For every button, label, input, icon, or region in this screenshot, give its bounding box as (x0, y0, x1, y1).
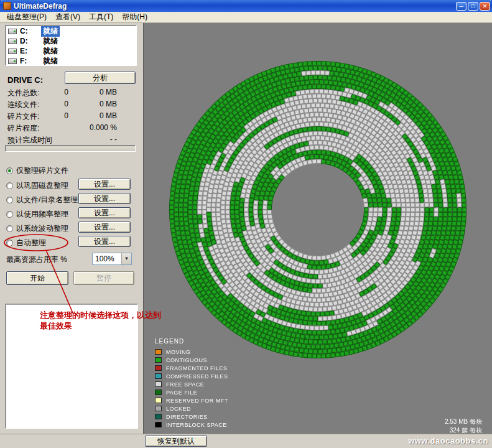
drive-status: 就绪 (41, 46, 60, 57)
watermark: www.daocaobbs.cn (408, 436, 488, 446)
file-list-box (5, 304, 138, 429)
option-label: 以使用频率整理 (16, 209, 68, 220)
settings-button-frequency[interactable]: 设置... (78, 207, 131, 218)
left-panel: C: 就绪 D: 就绪 E: 就绪 F: 就绪 DRIVE C: 分析 文件总数… (0, 23, 143, 434)
stat-fragmented-files: 碎片文件: 0 0 MB (0, 111, 143, 122)
minimize-icon[interactable] (456, 2, 466, 11)
maximize-icon[interactable] (468, 2, 478, 11)
menu-view[interactable]: 查看(V) (51, 11, 85, 23)
drive-icon (8, 58, 17, 64)
option-label: 以巩固磁盘整理 (16, 180, 68, 191)
stat-contiguous-files: 连续文件: 0 0 MB (0, 100, 143, 110)
bottombar: 恢复到默认 www.daocaobbs.cn (0, 434, 492, 448)
option-frequency[interactable]: 以使用频率整理 (6, 208, 68, 220)
close-icon[interactable] (480, 2, 490, 11)
drive-name: E: (20, 47, 41, 55)
radio-icon[interactable] (6, 197, 13, 203)
menu-tools[interactable]: 工具(T) (85, 11, 118, 23)
app-window: UltimateDefrag 磁盘整理(P) 查看(V) 工具(T) 帮助(H)… (0, 0, 492, 448)
drive-icon (8, 39, 17, 44)
disk-map[interactable] (144, 23, 492, 434)
restore-defaults-button[interactable]: 恢复到默认 (145, 436, 207, 447)
settings-button-volatility[interactable]: 设置... (78, 222, 131, 233)
stat-fragmentation: 碎片程度: 0.000 % (0, 123, 143, 134)
radio-icon[interactable] (6, 225, 13, 232)
settings-button-filename[interactable]: 设置... (78, 193, 131, 204)
radio-icon[interactable] (6, 211, 13, 218)
resource-usage-select[interactable]: 100% (92, 253, 132, 265)
pause-button: 暂停 (73, 271, 134, 285)
option-label: 自动整理 (16, 238, 46, 248)
radio-icon[interactable] (6, 240, 13, 246)
drive-row-f[interactable]: F: 就绪 (6, 56, 136, 66)
drive-status: 就绪 (41, 36, 60, 47)
stat-eta: 预计完成时间 - - (0, 135, 143, 146)
option-fragmented-only[interactable]: 仅整理碎片文件 (6, 165, 68, 176)
settings-button-consolidate[interactable]: 设置... (78, 179, 131, 190)
drive-name: D: (20, 37, 41, 45)
disk-view-panel: LEGEND MOVING CONTIGUOUS FRAGMENTED FILE… (143, 23, 492, 434)
analyze-button[interactable]: 分析 (65, 72, 136, 84)
app-icon (3, 2, 11, 10)
drive-name: C: (20, 27, 41, 35)
drive-icon (8, 29, 17, 34)
settings-button-auto[interactable]: 设置... (78, 236, 131, 247)
menu-defrag[interactable]: 磁盘整理(P) (2, 11, 51, 23)
progress-bar (5, 145, 136, 152)
window-controls (456, 2, 490, 11)
drive-list: C: 就绪 D: 就绪 E: 就绪 F: 就绪 (5, 25, 137, 66)
option-consolidate[interactable]: 以巩固磁盘整理 (6, 180, 68, 191)
resource-usage-label: 最高资源占用率 % (6, 254, 67, 265)
start-button[interactable]: 开始 (6, 271, 68, 285)
stat-total-files: 文件总数: 0 0 MB (0, 88, 143, 98)
option-volatility[interactable]: 以系统波动整理 (6, 223, 68, 234)
option-label: 仅整理碎片文件 (16, 166, 68, 176)
menubar: 磁盘整理(P) 查看(V) 工具(T) 帮助(H) (0, 12, 492, 23)
option-filename[interactable]: 以文件/目录名整理 (6, 194, 78, 205)
drive-row-e[interactable]: E: 就绪 (6, 46, 136, 56)
drive-row-c[interactable]: C: 就绪 (6, 26, 136, 36)
option-label: 以文件/目录名整理 (16, 195, 78, 205)
radio-icon[interactable] (6, 182, 13, 189)
option-auto[interactable]: 自动整理 (6, 237, 46, 248)
block-info: 2.53 MB 每块 324 簇 每块 (445, 418, 482, 435)
titlebar: UltimateDefrag (0, 0, 492, 12)
resource-usage-value: 100% (93, 254, 121, 263)
selected-drive-label: DRIVE C: (7, 75, 43, 85)
drive-status: 就绪 (41, 26, 60, 37)
drive-row-d[interactable]: D: 就绪 (6, 36, 136, 46)
drive-status: 就绪 (41, 56, 60, 67)
drive-name: F: (20, 57, 41, 65)
chevron-down-icon[interactable] (121, 253, 131, 264)
drive-icon (8, 49, 17, 54)
menu-help[interactable]: 帮助(H) (118, 11, 152, 23)
option-label: 以系统波动整理 (16, 223, 68, 234)
window-title: UltimateDefrag (14, 2, 456, 11)
radio-icon[interactable] (6, 167, 13, 174)
block-size-text: 2.53 MB 每块 (445, 418, 482, 426)
